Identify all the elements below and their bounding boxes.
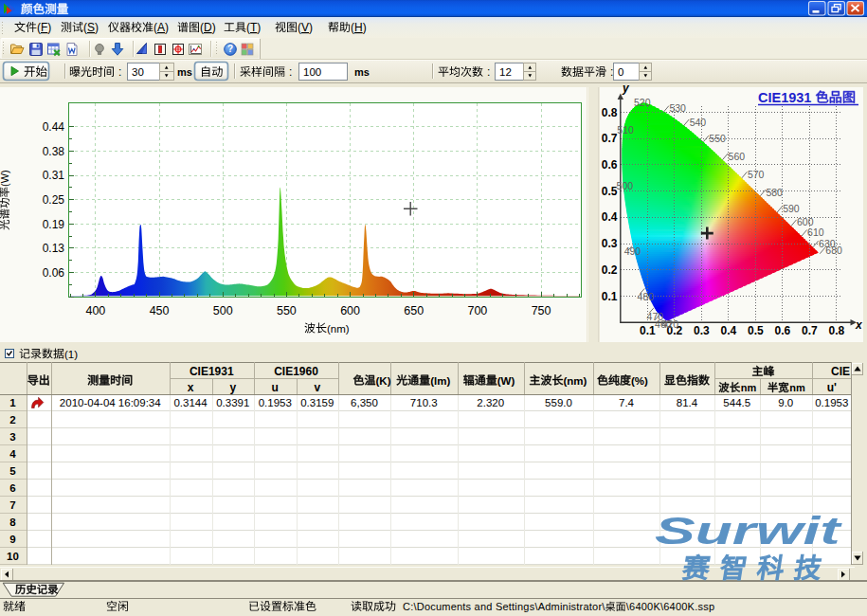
svg-text::: : (289, 65, 292, 79)
svg-text:500: 500 (213, 304, 233, 317)
svg-text:30: 30 (132, 66, 144, 78)
svg-text:0.3144: 0.3144 (173, 397, 208, 408)
svg-text:480: 480 (638, 291, 655, 302)
svg-text:2010-04-04 16:09:34: 2010-04-04 16:09:34 (60, 397, 161, 408)
svg-text:8: 8 (9, 516, 16, 528)
svg-text:1: 1 (9, 397, 16, 408)
svg-text:u: u (272, 381, 279, 394)
svg-text:530: 530 (669, 102, 686, 114)
svg-text:2: 2 (9, 414, 15, 426)
svg-text:9: 9 (9, 534, 15, 545)
svg-text:0.1: 0.1 (640, 324, 656, 337)
svg-text:0.2: 0.2 (602, 263, 618, 277)
svg-text:CIE1960: CIE1960 (274, 365, 318, 378)
svg-text:(H): (H) (351, 21, 367, 34)
svg-text:0.7: 0.7 (802, 324, 818, 337)
svg-text:6: 6 (9, 482, 15, 494)
svg-text:81.4: 81.4 (677, 397, 698, 408)
svg-text:544.5: 544.5 (723, 397, 750, 408)
svg-text:570: 570 (748, 169, 765, 180)
svg-text:\6400K\6400K.ssp: \6400K\6400K.ssp (626, 601, 714, 612)
svg-text:(D): (D) (200, 21, 216, 34)
svg-text:0.5: 0.5 (602, 185, 618, 198)
svg-text:(F): (F) (37, 21, 51, 34)
svg-text:4: 4 (9, 448, 16, 460)
svg-text:550: 550 (709, 133, 726, 144)
svg-text:0.6: 0.6 (602, 158, 618, 172)
svg-text:0.44: 0.44 (43, 120, 65, 134)
svg-text:ms: ms (354, 66, 370, 78)
svg-text:0.3159: 0.3159 (300, 397, 334, 408)
svg-text:520: 520 (634, 97, 651, 108)
svg-text:0.8: 0.8 (602, 106, 618, 119)
svg-text:ms: ms (177, 66, 192, 78)
svg-text:nm: nm (789, 382, 805, 393)
svg-text:500: 500 (617, 180, 634, 191)
svg-text:559.0: 559.0 (545, 397, 572, 408)
svg-text:7.4: 7.4 (619, 397, 635, 408)
svg-text:9.0: 9.0 (778, 397, 793, 408)
svg-text:CIE: CIE (831, 365, 850, 378)
svg-text:0.25: 0.25 (43, 193, 65, 207)
svg-text:(K): (K) (376, 375, 391, 387)
svg-text:(%): (%) (631, 375, 648, 387)
svg-text:0.19: 0.19 (43, 218, 65, 231)
svg-text:7: 7 (9, 499, 15, 511)
svg-text:750: 750 (532, 304, 551, 317)
svg-text:(S): (S) (83, 21, 99, 34)
svg-text:700: 700 (467, 304, 487, 317)
svg-text:0.5: 0.5 (748, 324, 764, 337)
svg-text::: : (487, 65, 490, 79)
svg-text:0.3: 0.3 (602, 237, 618, 250)
svg-text:C:\Documents and Settings\Admi: C:\Documents and Settings\Administrator\ (403, 601, 605, 612)
svg-text:0.31: 0.31 (43, 169, 65, 182)
svg-text:510: 510 (617, 124, 634, 136)
svg-text:6,350: 6,350 (351, 397, 378, 408)
svg-text:610: 610 (807, 226, 824, 238)
svg-text:5: 5 (9, 465, 16, 477)
svg-text:0: 0 (618, 66, 623, 78)
svg-text:580: 580 (766, 187, 783, 198)
svg-text:590: 590 (783, 203, 800, 214)
svg-text:v: v (314, 381, 320, 394)
svg-text:?: ? (227, 44, 233, 54)
svg-text:x: x (188, 381, 194, 394)
svg-text:0.06: 0.06 (43, 266, 65, 280)
svg-text:450: 450 (150, 304, 170, 317)
svg-text:(nm): (nm) (564, 375, 587, 387)
svg-text:CIE1931: CIE1931 (758, 90, 811, 105)
svg-text::: : (610, 65, 613, 79)
svg-text:y: y (622, 82, 630, 95)
svg-text:3: 3 (9, 431, 15, 443)
svg-text:0.6: 0.6 (774, 324, 790, 337)
svg-text:0.3391: 0.3391 (216, 397, 249, 408)
svg-text:x: x (855, 318, 863, 332)
svg-text:600: 600 (340, 304, 360, 317)
svg-text:0.1953: 0.1953 (815, 397, 848, 408)
svg-text:0.38: 0.38 (43, 145, 65, 158)
svg-text:10: 10 (7, 551, 19, 562)
svg-text:0.4: 0.4 (602, 210, 618, 224)
svg-text:0.7: 0.7 (602, 132, 618, 145)
svg-text:Surwit: Surwit (655, 510, 842, 552)
svg-text:(A): (A) (154, 21, 169, 34)
svg-text:550: 550 (277, 304, 297, 317)
svg-text:650: 650 (404, 304, 424, 317)
svg-text:420: 420 (662, 318, 679, 330)
svg-text:540: 540 (690, 117, 707, 128)
svg-text:560: 560 (729, 151, 746, 162)
svg-text:0.8: 0.8 (828, 324, 844, 337)
svg-text:400: 400 (85, 304, 105, 317)
svg-text:CIE1931: CIE1931 (190, 365, 234, 378)
svg-text:(W): (W) (497, 375, 515, 387)
svg-text::: : (118, 65, 121, 79)
svg-text:(T): (T) (246, 21, 261, 34)
svg-text:100: 100 (303, 66, 321, 78)
svg-text:(nm): (nm) (327, 323, 350, 335)
svg-text:(1): (1) (64, 349, 78, 360)
svg-text:680: 680 (825, 245, 842, 256)
svg-text:(V): (V) (298, 21, 313, 34)
svg-text:2.320: 2.320 (477, 397, 504, 408)
svg-text:(lm): (lm) (430, 375, 450, 387)
svg-text:nm: nm (741, 382, 757, 393)
